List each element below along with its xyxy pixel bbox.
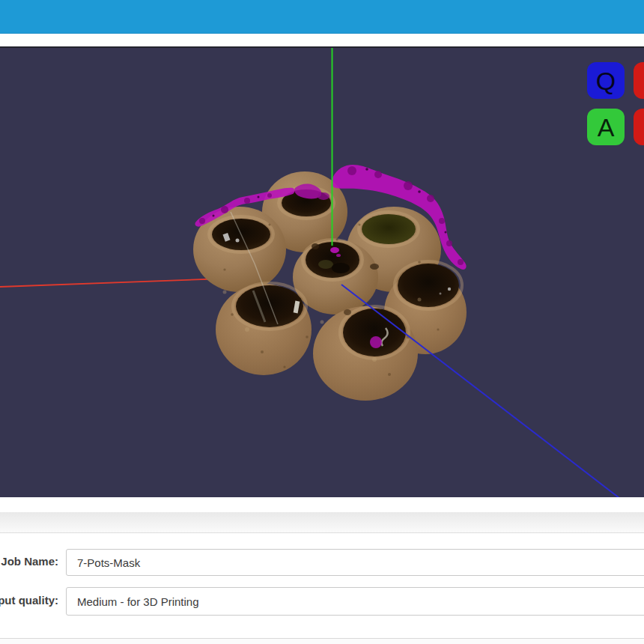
bottom-border-strip [0,638,644,644]
output-quality-label: put quality: [0,594,58,607]
job-settings-form: Job Name: put quality: [0,533,644,638]
pot-bottom [313,306,418,401]
pot-bottom-left [216,283,312,375]
x-axis-line [0,279,225,287]
job-name-label: Job Name: [0,555,58,568]
toolbar-strip [0,34,644,46]
output-quality-select[interactable] [66,587,644,616]
red-hotkey-button-top[interactable] [634,62,644,99]
section-divider [0,512,644,533]
red-hotkey-button-bottom[interactable] [634,109,644,145]
viewport-3d[interactable]: Q A [0,46,644,497]
q-hotkey-button[interactable]: Q [587,62,625,99]
model-canvas [0,48,644,497]
a-hotkey-button[interactable]: A [587,109,625,145]
spacer-strip [0,497,644,512]
top-header-bar [0,0,644,34]
job-name-input[interactable] [66,549,644,576]
